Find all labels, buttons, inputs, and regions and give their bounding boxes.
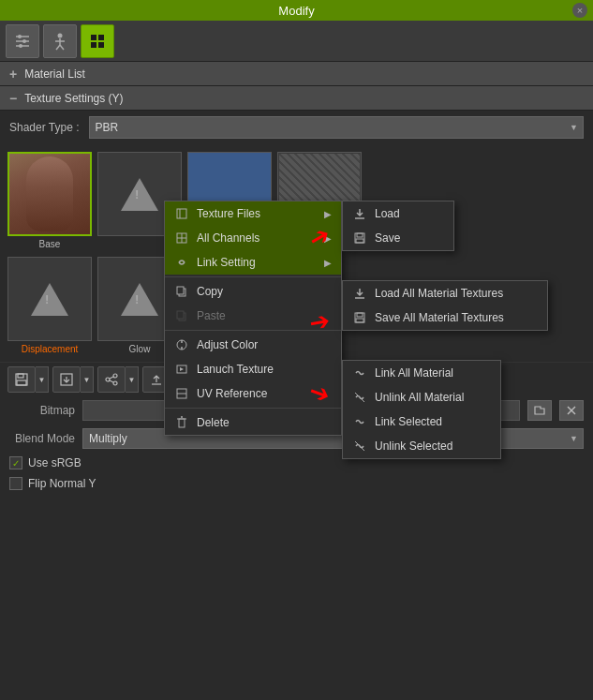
ctx-save-all-icon <box>352 310 367 325</box>
save-as-button[interactable] <box>52 366 81 393</box>
svg-point-5 <box>19 44 22 48</box>
ctx-link-selected[interactable]: Link Selected <box>343 410 500 434</box>
shader-type-select[interactable]: PBR <box>89 116 585 139</box>
ctx-delete-label: Delete <box>197 416 332 429</box>
texture-settings-label: Texture Settings (Y) <box>24 92 123 105</box>
ctx-all-channels-icon <box>174 231 189 246</box>
material-list-label: Material List <box>24 67 85 81</box>
texture-thumb-base[interactable] <box>7 152 92 236</box>
svg-rect-12 <box>98 35 104 40</box>
ctx-link-setting-icon <box>174 255 189 270</box>
ctx-divider3 <box>165 408 341 409</box>
bitmap-open-btn[interactable] <box>527 400 552 421</box>
ctx-unlink-all-material[interactable]: Unlink All Material <box>343 385 500 410</box>
figure-toolbar-btn[interactable] <box>43 24 77 58</box>
ctx-copy[interactable]: Copy <box>165 279 341 304</box>
triangle-icon-glow: ! <box>121 283 158 316</box>
ctx-link-all-material-icon <box>352 365 367 380</box>
flip-normal-y-label: Flip Normal Y <box>28 477 96 490</box>
ctx-divider2 <box>165 330 341 331</box>
ctx-save-label: Save <box>375 231 444 245</box>
svg-point-3 <box>18 35 22 38</box>
texture-cell-displacement[interactable]: ! Displacement <box>7 257 92 354</box>
svg-rect-37 <box>356 239 363 243</box>
texture-label-displacement: Displacement <box>22 344 79 354</box>
material-list-header[interactable]: + Material List <box>0 62 593 86</box>
ctx-texture-files-arrow: ▶ <box>324 209 332 219</box>
ctx-all-channels[interactable]: All Channels ▶ <box>165 226 341 250</box>
flip-normal-y-checkbox[interactable] <box>9 477 22 490</box>
svg-rect-11 <box>91 35 96 40</box>
share-dropdown-arrow[interactable]: ▼ <box>126 366 139 393</box>
ctx-load-label: Load <box>375 207 444 220</box>
ctx-adjust-color-label: Adjust Color <box>197 338 332 351</box>
ctx-link-all-material[interactable]: Link All Material <box>343 361 500 385</box>
svg-rect-46 <box>17 380 26 385</box>
ctx-load-all[interactable]: Load All Material Textures <box>343 281 547 305</box>
ctx-uv-reference[interactable]: UV Reference <box>165 381 341 406</box>
texture-label-base: Base <box>39 239 61 249</box>
svg-rect-15 <box>177 209 186 218</box>
ctx-texture-files[interactable]: Texture Files ▶ <box>165 201 341 226</box>
close-button[interactable]: × <box>572 3 587 18</box>
ctx-texture-files-label: Texture Files <box>197 207 317 220</box>
ctx-launch-texture[interactable]: Lanuch Texture <box>165 357 341 381</box>
ctx-unlink-selected-label: Unlink Selected <box>375 439 491 453</box>
ctx-adjust-color-icon <box>174 337 189 352</box>
ctx-texture-files-icon <box>174 206 189 221</box>
ctx-save-all[interactable]: Save All Material Textures <box>343 305 547 330</box>
save-btn-group: ▼ <box>7 366 49 393</box>
ctx-delete-icon <box>174 415 189 430</box>
svg-rect-45 <box>18 374 23 378</box>
ctx-unlink-selected[interactable]: Unlink Selected <box>343 434 500 458</box>
ctx-load-all-icon <box>352 286 367 301</box>
save-dropdown-arrow[interactable]: ▼ <box>36 366 49 393</box>
texture-thumb-displacement[interactable]: ! <box>7 257 92 341</box>
svg-point-50 <box>113 381 117 385</box>
triangle-icon-disp: ! <box>31 283 68 316</box>
use-srgb-checkbox[interactable]: ✓ <box>9 456 22 469</box>
ctx-paste-label: Paste <box>197 309 332 322</box>
ctx-load[interactable]: Load <box>343 201 453 226</box>
ctx-paste-icon <box>174 308 189 323</box>
ctx-link-setting[interactable]: Link Setting ▶ <box>165 250 341 275</box>
svg-point-49 <box>113 374 117 378</box>
sliders-toolbar-btn[interactable] <box>6 24 39 58</box>
share-button[interactable] <box>97 366 126 393</box>
save-as-dropdown-arrow[interactable]: ▼ <box>81 366 94 393</box>
texture-settings-header[interactable]: − Texture Settings (Y) <box>0 86 593 111</box>
collapse-sign: − <box>9 91 17 106</box>
ctx-delete[interactable]: Delete <box>165 410 341 435</box>
svg-rect-40 <box>357 313 363 317</box>
texture-cell-base[interactable]: Base <box>7 152 92 249</box>
ctx-paste[interactable]: Paste <box>165 304 341 328</box>
svg-line-10 <box>60 45 64 50</box>
ctx-link-all-material-label: Link All Material <box>375 366 491 380</box>
ctx-link-selected-icon <box>352 414 367 429</box>
save-button[interactable] <box>7 366 36 393</box>
context-menu-all-channels: Load All Material Textures Save All Mate… <box>342 280 548 331</box>
triangle-icon-normal: ! <box>121 178 158 211</box>
ctx-unlink-selected-icon <box>352 439 367 454</box>
svg-rect-14 <box>98 42 104 48</box>
svg-point-48 <box>106 378 110 381</box>
context-menu-load-save: Load Save <box>342 201 454 251</box>
texture-label-glow: Glow <box>129 344 151 354</box>
bitmap-clear-btn[interactable] <box>559 400 584 421</box>
ctx-adjust-color[interactable]: Adjust Color <box>165 333 341 357</box>
svg-line-52 <box>110 380 113 382</box>
svg-rect-41 <box>356 319 363 322</box>
svg-rect-13 <box>91 42 96 48</box>
svg-rect-31 <box>179 419 185 427</box>
ctx-load-all-label: Load All Material Textures <box>375 287 538 300</box>
grid-toolbar-btn[interactable] <box>81 24 114 58</box>
svg-line-9 <box>56 45 60 50</box>
use-srgb-row: ✓ Use sRGB <box>0 453 593 473</box>
bitmap-label: Bitmap <box>9 404 75 417</box>
context-menu-link: Link All Material Unlink All Material Li… <box>342 360 501 459</box>
ctx-save[interactable]: Save <box>343 226 453 250</box>
ctx-unlink-all-material-label: Unlink All Material <box>375 391 491 404</box>
ctx-link-selected-label: Link Selected <box>375 415 491 428</box>
ctx-copy-label: Copy <box>197 285 332 298</box>
svg-rect-23 <box>177 311 184 319</box>
